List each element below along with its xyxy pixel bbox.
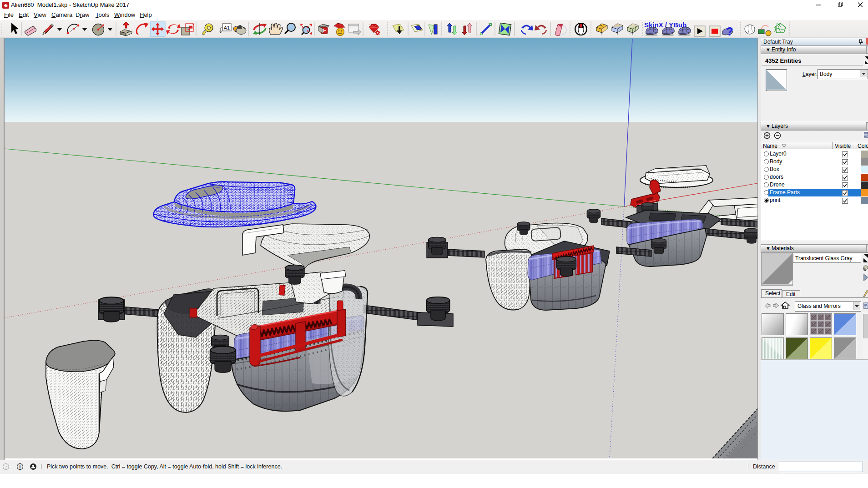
svg-text:?: ?: [726, 25, 733, 38]
svg-text:?: ?: [5, 465, 7, 469]
svg-text:A1: A1: [224, 25, 230, 30]
svg-text:i: i: [20, 464, 21, 469]
